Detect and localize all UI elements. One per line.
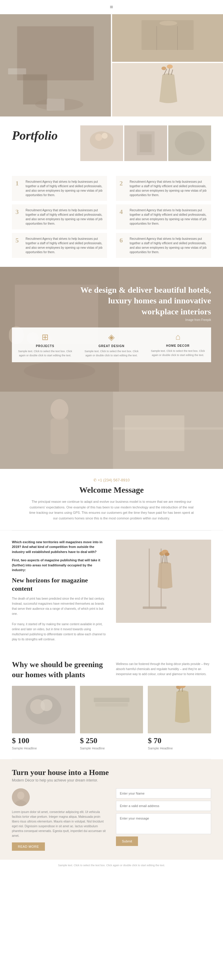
magazine-subtext: First, two aspects of magazine publishin…	[12, 558, 107, 573]
plant-label: Sample Headline	[148, 746, 211, 750]
tagline-card: ⊞ PROJECTS Sample text. Click to select …	[12, 328, 78, 362]
svg-rect-48	[12, 686, 75, 733]
hamburger-icon[interactable]: ≡	[110, 3, 113, 10]
item-number: 1	[16, 180, 22, 197]
numbered-section: 1 Recruitment Agency that strives to hel…	[0, 170, 223, 267]
tagline-content: We design & deliver beautiful hotels, lu…	[12, 285, 211, 362]
svg-rect-54	[95, 703, 128, 706]
magazine-body2: For many, it started off by making the s…	[12, 622, 107, 642]
hero-img-2	[112, 14, 223, 62]
svg-point-9	[159, 21, 177, 25]
svg-rect-16	[80, 126, 123, 161]
svg-rect-0	[0, 14, 111, 116]
numbered-item: 1 Recruitment Agency that strives to hel…	[12, 176, 107, 201]
tagline-card: ◈ GREAT DESIGN Sample text. Click to sel…	[78, 328, 145, 362]
card-title: PROJECTS	[16, 344, 75, 348]
item-number: 3	[16, 208, 22, 226]
tagline-card: ⌂ HOME DECOR Sample text. Click to selec…	[145, 328, 211, 362]
svg-rect-20	[124, 126, 167, 161]
portfolio-title: Portfolio	[12, 126, 72, 143]
submit-button[interactable]: Submit	[116, 837, 138, 846]
numbered-item: 3 Recruitment Agency that strives to hel…	[12, 204, 107, 229]
plant-price: $ 100	[12, 737, 75, 745]
numbered-grid: 1 Recruitment Agency that strives to hel…	[12, 176, 211, 258]
svg-line-12	[168, 67, 170, 75]
svg-line-57	[179, 687, 180, 692]
svg-point-45	[159, 552, 165, 556]
svg-rect-32	[0, 391, 223, 469]
svg-point-60	[179, 686, 186, 688]
svg-point-28	[24, 362, 95, 380]
svg-rect-53	[94, 698, 129, 702]
plant-label: Sample Headline	[80, 746, 143, 750]
svg-rect-1	[17, 26, 94, 80]
welcome-text: The principal reason we continue to adap…	[28, 499, 195, 521]
magazine-left: Which exciting new territories will maga…	[12, 539, 107, 642]
svg-rect-35	[51, 418, 68, 454]
item-number: 4	[119, 208, 127, 226]
email-input[interactable]	[116, 801, 211, 811]
plant-card: $ 70 Sample Headline	[148, 686, 211, 750]
svg-point-4	[35, 99, 83, 110]
svg-rect-5	[112, 14, 223, 62]
plant-card: $ 100 Sample Headline	[12, 686, 75, 750]
svg-rect-21	[137, 131, 155, 155]
svg-rect-3	[8, 68, 26, 74]
message-input[interactable]	[116, 813, 211, 834]
tagline-title: We design & deliver beautiful hotels, lu…	[12, 285, 211, 317]
svg-point-47	[165, 552, 169, 556]
svg-rect-38	[116, 539, 211, 623]
card-text: Sample text. Click to select the text bo…	[148, 349, 207, 357]
tagline-section: We design & deliver beautiful hotels, lu…	[0, 267, 223, 391]
card-title: HOME DECOR	[148, 344, 207, 347]
contact-form[interactable]: Submit	[116, 788, 211, 846]
svg-rect-55	[97, 708, 126, 711]
svg-point-15	[167, 64, 173, 68]
house-avatar-row	[12, 788, 107, 806]
numbered-item: 2 Recruitment Agency that strives to hel…	[116, 176, 211, 201]
house-content: Lorem ipsum dolor sit amet, consectetur …	[12, 788, 211, 851]
plant-price: $ 70	[148, 737, 211, 745]
phone-number[interactable]: ✆ +1 (234) 567-8910	[12, 478, 211, 482]
tagline-cards: ⊞ PROJECTS Sample text. Click to select …	[12, 328, 211, 362]
svg-line-42	[162, 554, 164, 563]
svg-rect-52	[80, 686, 143, 733]
card-title: GREAT DESIGN	[82, 344, 141, 348]
portfolio-image-grid	[80, 126, 211, 161]
svg-rect-6	[142, 20, 194, 50]
house-body-text: Lorem ipsum dolor sit amet, consectetur …	[12, 810, 107, 838]
hero-img-3	[112, 63, 223, 116]
svg-line-11	[164, 69, 167, 75]
plants-section: Why we should be greening our homes with…	[0, 651, 223, 759]
svg-rect-39	[149, 549, 150, 608]
svg-point-17	[90, 131, 113, 149]
magazine-body1: The death of print has been predicted si…	[12, 596, 107, 616]
svg-rect-23	[168, 126, 211, 161]
svg-point-63	[15, 800, 27, 806]
hero-grid	[0, 14, 223, 116]
svg-point-61	[12, 788, 30, 806]
svg-rect-8	[177, 26, 178, 50]
house-right: Submit	[116, 788, 211, 851]
card-text: Sample text. Click to select the text bo…	[82, 350, 141, 358]
house-section: Turn your house into a Home Modern Décor…	[0, 759, 223, 860]
house-subtitle: Modern Décor to help you achieve your dr…	[12, 778, 211, 783]
plants-title: Why we should be greening our homes with…	[12, 660, 107, 680]
portfolio-img-3	[168, 126, 211, 161]
svg-rect-41	[143, 606, 167, 609]
card-icon-2: ⌂	[148, 332, 207, 342]
svg-line-13	[171, 70, 173, 75]
hero-img-1	[0, 14, 111, 116]
item-number: 5	[16, 237, 22, 255]
svg-point-18	[95, 134, 102, 141]
item-text: Recruitment Agency that strives to help …	[130, 237, 207, 255]
read-more-button[interactable]: READ MORE	[12, 842, 45, 851]
name-input[interactable]	[116, 788, 211, 799]
item-number: 2	[119, 180, 127, 197]
magazine-section: Which exciting new territories will maga…	[0, 531, 223, 651]
svg-rect-7	[156, 26, 157, 50]
svg-point-59	[176, 686, 182, 689]
avatar	[12, 788, 30, 806]
card-icon-0: ⊞	[16, 332, 75, 342]
svg-point-34	[51, 399, 68, 420]
